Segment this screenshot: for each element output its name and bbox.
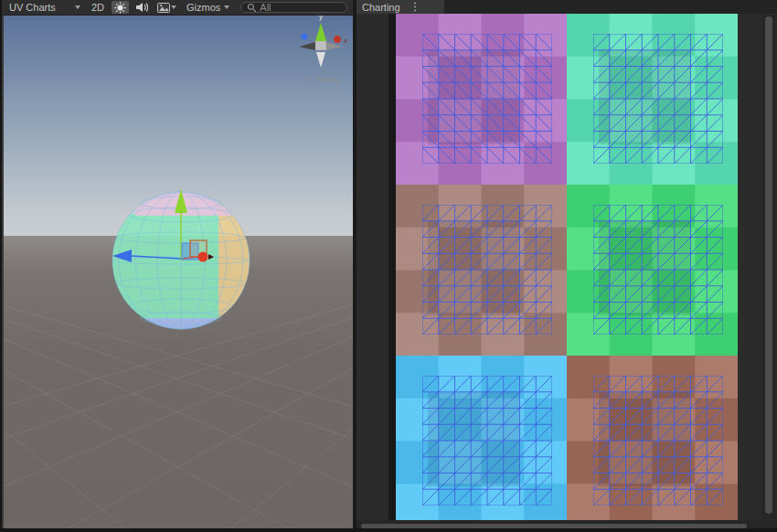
toggle-2d-button[interactable]: 2D	[88, 1, 108, 15]
uv-chart-tile-terracotta	[567, 356, 738, 520]
uv-chart-tile-purple	[396, 14, 567, 185]
projection-mode-label[interactable]: Persp	[317, 74, 340, 84]
axis-y-label: y	[319, 16, 324, 21]
image-effects-icon	[157, 3, 171, 13]
uv-chart-tile-green	[567, 185, 738, 356]
vertical-scrollbar[interactable]	[761, 15, 776, 519]
tab-charting-label: Charting	[362, 2, 400, 13]
gizmos-dropdown[interactable]: Gizmos	[183, 1, 233, 15]
draw-mode-dropdown[interactable]: UV Charts	[5, 1, 84, 15]
scene-effects-dropdown[interactable]	[154, 1, 179, 14]
chevron-down-icon	[224, 5, 229, 9]
charting-panel: Charting	[357, 0, 777, 532]
scene-audio-toggle[interactable]	[133, 1, 151, 14]
uv-wireframe	[593, 376, 723, 505]
uv-wireframe	[593, 205, 723, 335]
axis-x-label: x	[344, 37, 347, 45]
search-icon	[247, 3, 257, 13]
sun-icon	[114, 2, 126, 14]
uv-chart-tile-mauve	[396, 185, 567, 356]
uv-chart-tile-teal	[567, 14, 738, 185]
x-axis-arrow[interactable]	[198, 252, 208, 262]
toggle-2d-label: 2D	[91, 2, 104, 13]
gizmos-label: Gizmos	[186, 2, 220, 13]
scene-viewport[interactable]: y x < Persp	[4, 16, 355, 528]
window-bottom-edge	[0, 528, 777, 532]
scene-view-panel: UV Charts 2D	[0, 0, 353, 532]
uv-wireframe	[422, 376, 552, 505]
scene-toolbar: UV Charts 2D	[2, 0, 353, 16]
pane-menu-icon[interactable]	[413, 2, 417, 12]
gizmo-z-dot[interactable]	[302, 34, 308, 40]
gizmo-cube[interactable]	[315, 40, 326, 50]
gizmo-x-dot[interactable]	[334, 36, 341, 43]
uv-wireframe	[422, 34, 552, 164]
scene-search-input[interactable]: All	[240, 2, 347, 13]
vertical-scrollbar-thumb[interactable]	[765, 16, 772, 514]
tab-charting[interactable]: Charting	[357, 0, 444, 14]
uv-wireframe	[422, 205, 552, 335]
scene-lighting-toggle[interactable]	[112, 1, 129, 14]
unity-editor-window: UV Charts 2D	[0, 0, 777, 532]
search-filter-value: All	[260, 2, 271, 13]
draw-mode-label: UV Charts	[9, 2, 56, 13]
uv-wireframe	[593, 34, 723, 164]
speaker-icon	[135, 2, 148, 13]
uv-chart-grid	[388, 14, 738, 520]
chevron-down-icon	[171, 5, 176, 9]
persp-arrow-icon: <	[306, 74, 312, 84]
scene-3d-render: y x < Persp	[4, 16, 355, 528]
uv-chart-tile-blue	[396, 356, 567, 520]
charting-tab-bar: Charting	[357, 0, 777, 14]
chevron-down-icon	[75, 5, 80, 9]
